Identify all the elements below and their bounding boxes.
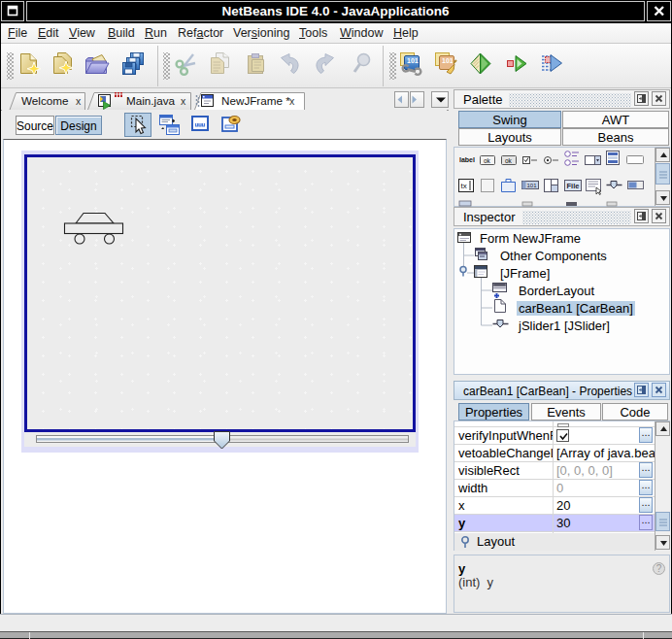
- svg-text:File: File: [567, 182, 580, 190]
- svg-text:101: 101: [407, 57, 419, 64]
- svg-text:ok: ok: [505, 157, 513, 164]
- svg-text:101: 101: [442, 57, 454, 64]
- svg-text:ok: ok: [484, 157, 491, 164]
- svg-text:label: label: [459, 156, 475, 163]
- svg-text:101: 101: [527, 183, 538, 188]
- svg-text:tx: tx: [461, 182, 467, 190]
